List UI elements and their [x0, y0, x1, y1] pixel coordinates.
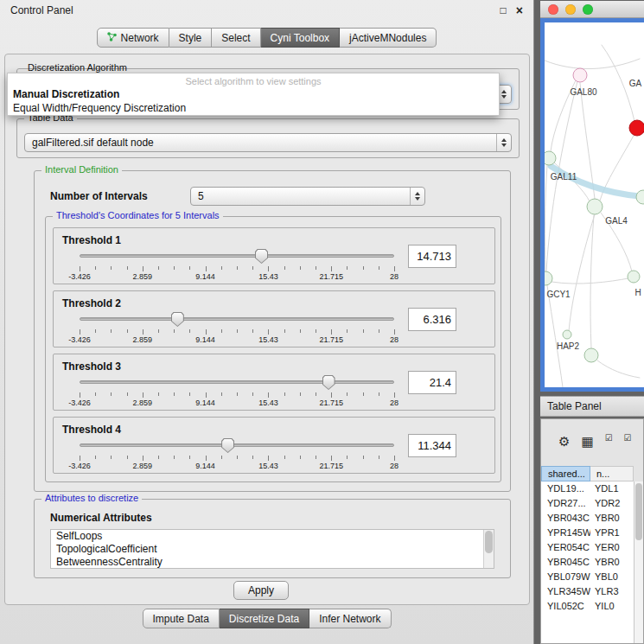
tab-discretize-data[interactable]: Discretize Data: [220, 609, 309, 628]
slider-thumb[interactable]: [322, 375, 335, 390]
list-item[interactable]: BetweennessCentrality: [51, 556, 494, 569]
column-header-name[interactable]: n...: [590, 466, 634, 481]
table-cell[interactable]: YDL19...: [541, 481, 590, 496]
table-header-row: shared... n...: [541, 466, 634, 481]
network-node[interactable]: [563, 330, 571, 339]
table-cell[interactable]: YBR045C: [541, 555, 590, 570]
table-cell[interactable]: YBR0: [590, 555, 634, 570]
slider-thumb[interactable]: [255, 249, 268, 264]
tab-network[interactable]: Network: [97, 28, 169, 48]
threshold-2-value-input[interactable]: [408, 308, 456, 331]
network-node-label: GCY1: [546, 290, 571, 299]
list-scrollbar[interactable]: [483, 530, 494, 568]
table-row[interactable]: YBL079WYBL0: [541, 570, 634, 584]
slider-track[interactable]: [80, 443, 394, 447]
network-node[interactable]: [587, 199, 603, 214]
table-cell[interactable]: YER0: [590, 540, 634, 555]
number-of-intervals-combobox[interactable]: 5: [190, 187, 425, 206]
table-cell[interactable]: YBL0: [590, 570, 634, 584]
slider-track[interactable]: [80, 380, 394, 384]
table-cell[interactable]: YBR0: [590, 511, 634, 526]
table-cell[interactable]: YIL052C: [541, 599, 590, 614]
table-cell[interactable]: YLR345W: [541, 584, 590, 599]
table-row[interactable]: YIL052CYIL0: [541, 599, 634, 614]
threshold-1-slider[interactable]: [80, 249, 394, 264]
table-row[interactable]: YER054CYER0: [541, 540, 634, 555]
scrollbar-thumb[interactable]: [635, 483, 642, 540]
tab-select[interactable]: Select: [212, 28, 260, 48]
popup-item-equal-width-frequency[interactable]: Equal Width/Frequency Discretization: [13, 102, 494, 114]
table-row[interactable]: YDL19...YDL1: [541, 481, 634, 496]
network-icon: [107, 32, 117, 44]
threshold-3-value-input[interactable]: [408, 371, 456, 394]
threshold-1-panel: Threshold 1 -3.4262.8599.14415.4321.7152…: [53, 227, 495, 284]
tab-style[interactable]: Style: [169, 28, 213, 48]
network-node[interactable]: [573, 68, 587, 82]
close-window-icon[interactable]: ×: [516, 4, 523, 16]
network-canvas[interactable]: GAL80GAGAL11GAL4GCY1HHAP2: [540, 18, 644, 392]
attributes-group-title: Attributes to discretize: [41, 493, 142, 503]
slider-thumb[interactable]: [221, 438, 234, 453]
slider-track[interactable]: [80, 254, 394, 258]
minimize-traffic-light-icon[interactable]: [565, 4, 576, 15]
table-scrollbar[interactable]: [634, 481, 643, 643]
table-cell[interactable]: YBR043C: [541, 511, 590, 526]
network-node[interactable]: [636, 190, 644, 204]
network-node[interactable]: [628, 271, 640, 283]
table-row[interactable]: YDR27...YDR2: [541, 496, 634, 511]
network-node-label: GAL11: [551, 172, 577, 182]
interval-definition-group: Interval Definition Number of Intervals …: [34, 170, 511, 492]
control-panel-titlebar: Control Panel □ ×: [0, 0, 533, 21]
tab-impute-data[interactable]: Impute Data: [142, 609, 219, 628]
list-item[interactable]: TopologicalCoefficient: [51, 543, 494, 556]
select-all-checkbox-icon[interactable]: ☑: [605, 434, 613, 443]
number-of-intervals-value: 5: [191, 190, 410, 202]
table-cell[interactable]: YIL0: [590, 599, 634, 614]
float-window-icon[interactable]: □: [501, 5, 507, 16]
tab-cyni-toolbox[interactable]: Cyni Toolbox: [261, 28, 340, 48]
apply-button[interactable]: Apply: [233, 581, 289, 600]
table-data-combobox[interactable]: galFiltered.sif default node: [24, 133, 512, 152]
network-node[interactable]: [545, 151, 556, 165]
scrollbar-thumb[interactable]: [485, 531, 493, 553]
table-cell[interactable]: YDR27...: [541, 496, 590, 511]
close-traffic-light-icon[interactable]: [548, 4, 558, 15]
list-item[interactable]: SelfLoops: [51, 530, 494, 543]
column-header-shared-name[interactable]: shared...: [541, 466, 590, 481]
table-cell[interactable]: YPR1: [590, 526, 634, 540]
tab-label: Impute Data: [152, 613, 208, 625]
slider-thumb[interactable]: [171, 312, 184, 327]
threshold-4-slider[interactable]: [80, 438, 394, 453]
network-node[interactable]: [545, 271, 552, 285]
table-row[interactable]: YLR345WYLR3: [541, 584, 634, 599]
threshold-label: Threshold 3: [62, 360, 121, 373]
threshold-4-value-input[interactable]: [408, 434, 456, 457]
table-row[interactable]: YBR045CYBR0: [541, 555, 634, 570]
tab-infer-network[interactable]: Infer Network: [309, 609, 391, 628]
network-node[interactable]: [629, 120, 644, 136]
table-cell[interactable]: YLR3: [590, 584, 634, 599]
table-cell[interactable]: YDR2: [590, 496, 634, 511]
interval-definition-group-title: Interval Definition: [41, 164, 122, 175]
table-row[interactable]: YPR145WYPR1: [541, 526, 634, 540]
table-cell[interactable]: YBL079W: [541, 570, 590, 584]
popup-item-manual-discretization[interactable]: Manual Discretization: [13, 88, 494, 100]
table-cell[interactable]: YPR145W: [541, 526, 590, 540]
threshold-2-panel: Threshold 2 -3.4262.8599.14415.4321.7152…: [53, 290, 495, 348]
table-row[interactable]: YBR043CYBR0: [541, 511, 634, 526]
select-none-checkbox-icon[interactable]: ☑: [624, 434, 632, 443]
network-node-label: GAL4: [605, 216, 628, 226]
slider-track[interactable]: [80, 317, 394, 321]
table-cell[interactable]: YER054C: [541, 540, 590, 555]
zoom-traffic-light-icon[interactable]: [583, 4, 593, 15]
threshold-2-slider[interactable]: [80, 312, 394, 327]
threshold-1-value-input[interactable]: [408, 245, 456, 268]
threshold-label: Threshold 2: [62, 297, 121, 309]
network-node[interactable]: [584, 348, 598, 362]
columns-icon[interactable]: ▦: [581, 435, 593, 448]
table-cell[interactable]: YDL1: [590, 481, 634, 496]
tab-jactivemnodules[interactable]: jActiveMNodules: [340, 28, 437, 48]
gear-icon[interactable]: ⚙: [558, 435, 570, 448]
threshold-3-slider[interactable]: [80, 375, 394, 390]
threshold-4-panel: Threshold 4 -3.4262.8599.14415.4321.7152…: [53, 417, 495, 474]
